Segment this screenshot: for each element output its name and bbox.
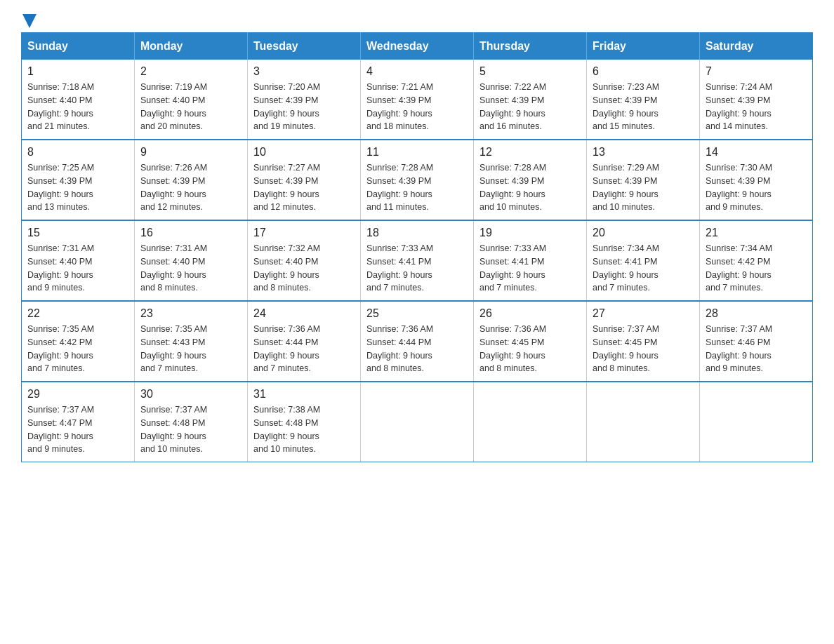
weekday-header-tuesday: Tuesday <box>248 33 361 60</box>
calendar-cell: 10Sunrise: 7:27 AMSunset: 4:39 PMDayligh… <box>248 140 361 220</box>
day-number: 21 <box>706 227 807 239</box>
day-number: 31 <box>253 388 355 401</box>
calendar-body: 1Sunrise: 7:18 AMSunset: 4:40 PMDaylight… <box>22 60 813 462</box>
calendar-cell: 24Sunrise: 7:36 AMSunset: 4:44 PMDayligh… <box>248 301 361 382</box>
day-number: 18 <box>366 227 468 239</box>
calendar-cell: 27Sunrise: 7:37 AMSunset: 4:45 PMDayligh… <box>587 301 700 382</box>
day-info: Sunrise: 7:37 AMSunset: 4:45 PMDaylight:… <box>593 323 694 375</box>
weekday-header-friday: Friday <box>587 33 700 60</box>
day-number: 3 <box>253 65 355 78</box>
calendar-cell: 16Sunrise: 7:31 AMSunset: 4:40 PMDayligh… <box>135 220 248 301</box>
day-info: Sunrise: 7:23 AMSunset: 4:39 PMDaylight:… <box>593 81 694 133</box>
day-info: Sunrise: 7:36 AMSunset: 4:44 PMDaylight:… <box>366 323 468 375</box>
calendar-cell: 14Sunrise: 7:30 AMSunset: 4:39 PMDayligh… <box>700 140 813 220</box>
weekday-header-saturday: Saturday <box>700 33 813 60</box>
day-info: Sunrise: 7:34 AMSunset: 4:41 PMDaylight:… <box>593 242 694 295</box>
day-number: 15 <box>27 227 128 239</box>
day-info: Sunrise: 7:31 AMSunset: 4:40 PMDaylight:… <box>27 242 128 295</box>
day-number: 26 <box>479 307 581 320</box>
day-number: 27 <box>593 307 694 320</box>
day-number: 28 <box>706 307 807 320</box>
page-header <box>21 14 813 25</box>
calendar-cell: 15Sunrise: 7:31 AMSunset: 4:40 PMDayligh… <box>22 220 135 301</box>
day-info: Sunrise: 7:38 AMSunset: 4:48 PMDaylight:… <box>253 403 355 456</box>
day-number: 14 <box>706 146 807 159</box>
calendar-cell: 18Sunrise: 7:33 AMSunset: 4:41 PMDayligh… <box>361 220 474 301</box>
calendar-cell: 6Sunrise: 7:23 AMSunset: 4:39 PMDaylight… <box>587 60 700 140</box>
day-info: Sunrise: 7:24 AMSunset: 4:39 PMDaylight:… <box>706 81 807 133</box>
calendar-cell: 17Sunrise: 7:32 AMSunset: 4:40 PMDayligh… <box>248 220 361 301</box>
day-info: Sunrise: 7:31 AMSunset: 4:40 PMDaylight:… <box>140 242 241 295</box>
calendar-cell <box>361 382 474 462</box>
svg-marker-0 <box>22 14 37 28</box>
day-info: Sunrise: 7:37 AMSunset: 4:48 PMDaylight:… <box>140 403 241 456</box>
calendar-cell: 5Sunrise: 7:22 AMSunset: 4:39 PMDaylight… <box>474 60 587 140</box>
day-info: Sunrise: 7:19 AMSunset: 4:40 PMDaylight:… <box>140 81 241 133</box>
calendar-cell: 1Sunrise: 7:18 AMSunset: 4:40 PMDaylight… <box>22 60 135 140</box>
day-info: Sunrise: 7:32 AMSunset: 4:40 PMDaylight:… <box>253 242 355 295</box>
calendar-cell: 13Sunrise: 7:29 AMSunset: 4:39 PMDayligh… <box>587 140 700 220</box>
day-info: Sunrise: 7:33 AMSunset: 4:41 PMDaylight:… <box>479 242 581 295</box>
calendar-cell: 8Sunrise: 7:25 AMSunset: 4:39 PMDaylight… <box>22 140 135 220</box>
day-number: 5 <box>479 65 581 78</box>
weekday-header-sunday: Sunday <box>22 33 135 60</box>
day-number: 24 <box>253 307 355 320</box>
day-info: Sunrise: 7:37 AMSunset: 4:47 PMDaylight:… <box>27 403 128 456</box>
day-info: Sunrise: 7:29 AMSunset: 4:39 PMDaylight:… <box>593 161 694 214</box>
calendar-cell: 12Sunrise: 7:28 AMSunset: 4:39 PMDayligh… <box>474 140 587 220</box>
day-info: Sunrise: 7:34 AMSunset: 4:42 PMDaylight:… <box>706 242 807 295</box>
day-number: 16 <box>140 227 241 239</box>
day-info: Sunrise: 7:18 AMSunset: 4:40 PMDaylight:… <box>27 81 128 133</box>
calendar-cell: 20Sunrise: 7:34 AMSunset: 4:41 PMDayligh… <box>587 220 700 301</box>
day-info: Sunrise: 7:25 AMSunset: 4:39 PMDaylight:… <box>27 161 128 214</box>
day-info: Sunrise: 7:33 AMSunset: 4:41 PMDaylight:… <box>366 242 468 295</box>
day-number: 25 <box>366 307 468 320</box>
day-number: 20 <box>593 227 694 239</box>
logo-triangle-icon <box>22 14 37 28</box>
day-info: Sunrise: 7:28 AMSunset: 4:39 PMDaylight:… <box>366 161 468 214</box>
day-number: 4 <box>366 65 468 78</box>
day-number: 11 <box>366 146 468 159</box>
calendar-cell: 29Sunrise: 7:37 AMSunset: 4:47 PMDayligh… <box>22 382 135 462</box>
day-info: Sunrise: 7:26 AMSunset: 4:39 PMDaylight:… <box>140 161 241 214</box>
day-info: Sunrise: 7:35 AMSunset: 4:43 PMDaylight:… <box>140 323 241 375</box>
weekday-header-monday: Monday <box>135 33 248 60</box>
calendar-cell: 7Sunrise: 7:24 AMSunset: 4:39 PMDaylight… <box>700 60 813 140</box>
calendar-table: SundayMondayTuesdayWednesdayThursdayFrid… <box>21 32 813 462</box>
calendar-cell: 4Sunrise: 7:21 AMSunset: 4:39 PMDaylight… <box>361 60 474 140</box>
logo <box>21 14 37 25</box>
day-number: 9 <box>140 146 241 159</box>
weekday-header-thursday: Thursday <box>474 33 587 60</box>
calendar-cell: 22Sunrise: 7:35 AMSunset: 4:42 PMDayligh… <box>22 301 135 382</box>
day-info: Sunrise: 7:37 AMSunset: 4:46 PMDaylight:… <box>706 323 807 375</box>
day-info: Sunrise: 7:30 AMSunset: 4:39 PMDaylight:… <box>706 161 807 214</box>
day-number: 6 <box>593 65 694 78</box>
day-number: 7 <box>706 65 807 78</box>
calendar-cell: 23Sunrise: 7:35 AMSunset: 4:43 PMDayligh… <box>135 301 248 382</box>
day-info: Sunrise: 7:20 AMSunset: 4:39 PMDaylight:… <box>253 81 355 133</box>
calendar-cell: 9Sunrise: 7:26 AMSunset: 4:39 PMDaylight… <box>135 140 248 220</box>
day-number: 29 <box>27 388 128 401</box>
day-number: 17 <box>253 227 355 239</box>
day-info: Sunrise: 7:28 AMSunset: 4:39 PMDaylight:… <box>479 161 581 214</box>
calendar-cell: 11Sunrise: 7:28 AMSunset: 4:39 PMDayligh… <box>361 140 474 220</box>
day-info: Sunrise: 7:36 AMSunset: 4:45 PMDaylight:… <box>479 323 581 375</box>
day-number: 8 <box>27 146 128 159</box>
day-number: 19 <box>479 227 581 239</box>
day-number: 13 <box>593 146 694 159</box>
calendar-cell <box>474 382 587 462</box>
calendar-header: SundayMondayTuesdayWednesdayThursdayFrid… <box>22 33 813 60</box>
calendar-cell: 19Sunrise: 7:33 AMSunset: 4:41 PMDayligh… <box>474 220 587 301</box>
calendar-cell: 3Sunrise: 7:20 AMSunset: 4:39 PMDaylight… <box>248 60 361 140</box>
calendar-cell: 25Sunrise: 7:36 AMSunset: 4:44 PMDayligh… <box>361 301 474 382</box>
day-number: 23 <box>140 307 241 320</box>
day-number: 22 <box>27 307 128 320</box>
day-info: Sunrise: 7:21 AMSunset: 4:39 PMDaylight:… <box>366 81 468 133</box>
calendar-cell: 31Sunrise: 7:38 AMSunset: 4:48 PMDayligh… <box>248 382 361 462</box>
calendar-cell: 2Sunrise: 7:19 AMSunset: 4:40 PMDaylight… <box>135 60 248 140</box>
day-number: 1 <box>27 65 128 78</box>
day-info: Sunrise: 7:36 AMSunset: 4:44 PMDaylight:… <box>253 323 355 375</box>
calendar-cell <box>587 382 700 462</box>
calendar-cell: 26Sunrise: 7:36 AMSunset: 4:45 PMDayligh… <box>474 301 587 382</box>
calendar-cell <box>700 382 813 462</box>
